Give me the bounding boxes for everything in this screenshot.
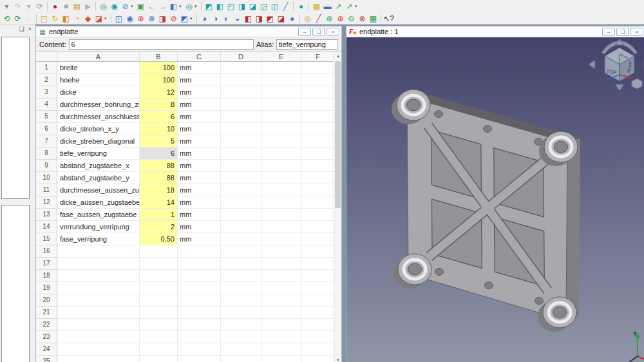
cell-f17[interactable]	[301, 258, 335, 270]
chamfer-icon[interactable]: ◑	[210, 13, 221, 24]
cell-c25[interactable]	[178, 356, 221, 362]
cell-c7[interactable]: mm	[178, 135, 221, 148]
row-header-21[interactable]: 21	[36, 307, 57, 319]
ruled-surface-icon[interactable]: ◆	[82, 13, 93, 24]
cell-a7[interactable]: dicke_streben_diagonal	[57, 135, 140, 148]
cell-e18[interactable]	[261, 270, 301, 282]
boolean-icon[interactable]: ◫	[113, 13, 124, 24]
cell-c23[interactable]	[178, 331, 221, 343]
cell-b23[interactable]	[140, 331, 178, 343]
check-geometry-icon[interactable]: ◎	[302, 13, 313, 24]
macro-play-icon[interactable]: ▶	[82, 1, 93, 12]
property-view[interactable]	[1, 205, 30, 362]
row-header-1[interactable]: 1	[36, 62, 57, 74]
cell-c3[interactable]: mm	[178, 86, 221, 99]
cell-a10[interactable]: abstand_zugstaebe_y	[57, 172, 140, 184]
cell-e14[interactable]	[261, 221, 301, 233]
cell-b8[interactable]: 6	[140, 148, 178, 160]
cell-e12[interactable]	[261, 196, 301, 209]
cell-a15[interactable]: fase_verripung	[57, 233, 140, 245]
tree-view[interactable]	[1, 37, 30, 199]
cell-f12[interactable]	[301, 196, 335, 209]
cell-b18[interactable]	[140, 270, 178, 282]
row-header-24[interactable]: 24	[36, 343, 57, 356]
cell-e25[interactable]	[261, 356, 301, 362]
cell-b22[interactable]	[140, 319, 178, 331]
cell-c5[interactable]: mm	[178, 111, 221, 123]
cell-d22[interactable]	[221, 319, 261, 331]
cell-e11[interactable]	[261, 184, 301, 196]
cell-b17[interactable]	[140, 258, 178, 270]
fit-selection-icon[interactable]: ▣	[135, 1, 146, 12]
scroll-down-icon[interactable]: ▼	[334, 356, 341, 362]
cell-a16[interactable]	[57, 245, 140, 258]
macro-edit-icon[interactable]: ▤	[71, 1, 82, 12]
view-right-icon[interactable]: ◨	[236, 1, 247, 12]
cell-e7[interactable]	[261, 135, 301, 148]
cell-f20[interactable]	[301, 294, 335, 307]
view-close-button[interactable]: ×	[630, 28, 643, 36]
cell-d6[interactable]	[221, 123, 261, 135]
cell-a12[interactable]: dicke_aussen_zugstaebe	[57, 196, 140, 209]
cell-d19[interactable]	[221, 282, 261, 294]
cell-e23[interactable]	[261, 331, 301, 343]
row-header-25[interactable]: 25	[36, 356, 57, 362]
cross-sections-icon[interactable]: ⊘	[168, 13, 179, 24]
cell-a1[interactable]: breite	[57, 62, 140, 74]
cell-c11[interactable]: mm	[178, 184, 221, 196]
revolve-icon[interactable]: ↻	[50, 13, 61, 24]
cell-b13[interactable]: 1	[140, 209, 178, 221]
spreadsheet-titlebar[interactable]: ▦ endplatte – ❏ ×	[36, 26, 341, 37]
column-header-F[interactable]: F	[301, 52, 335, 62]
view-restore-button[interactable]: ❏	[616, 28, 629, 36]
cell-d5[interactable]	[221, 111, 261, 123]
compound-icon-caret[interactable]: ▾	[190, 13, 194, 24]
scrollbar-thumb[interactable]	[335, 61, 341, 208]
cell-b12[interactable]: 14	[140, 196, 178, 209]
axonometric-icon-caret[interactable]: ▾	[179, 1, 184, 12]
refresh-icon[interactable]: ⟳	[34, 1, 45, 12]
zoom-tools-icon-caret[interactable]: ▾	[194, 1, 199, 12]
convert-icon[interactable]: ⊕	[335, 13, 346, 24]
3d-view-titlebar[interactable]: F◆ endplatte : 1 – ❏ ×	[346, 26, 644, 37]
row-header-15[interactable]: 15	[36, 233, 57, 245]
extrude-icon[interactable]: ◰	[39, 13, 50, 24]
cell-b16[interactable]	[140, 245, 178, 258]
scale-icon[interactable]: ◔	[71, 13, 82, 24]
solid-cut-icon[interactable]: ◨	[254, 13, 265, 24]
cell-e17[interactable]	[261, 258, 301, 270]
view-top-icon[interactable]: ◰	[225, 1, 236, 12]
cell-f24[interactable]	[301, 343, 335, 356]
cell-d23[interactable]	[221, 331, 261, 343]
cell-d24[interactable]	[221, 343, 261, 356]
cell-c13[interactable]: mm	[178, 209, 221, 221]
cell-d14[interactable]	[221, 221, 261, 233]
cell-f7[interactable]	[301, 135, 335, 148]
export-icon[interactable]: ↗	[333, 1, 344, 12]
cell-d18[interactable]	[221, 270, 261, 282]
cell-e3[interactable]	[261, 86, 301, 99]
zoom-tools-icon[interactable]: ◎	[184, 1, 194, 12]
cell-d9[interactable]	[221, 160, 261, 172]
row-header-9[interactable]: 9	[36, 160, 57, 172]
measure-icon[interactable]: ╱	[280, 1, 291, 12]
column-header-C[interactable]: C	[178, 52, 221, 62]
offset-icon[interactable]: ◒	[232, 13, 243, 24]
row-header-11[interactable]: 11	[36, 184, 57, 196]
row-header-13[interactable]: 13	[36, 209, 57, 221]
row-header-10[interactable]: 10	[36, 172, 57, 184]
row-header-2[interactable]: 2	[36, 74, 57, 86]
cell-c17[interactable]	[178, 258, 221, 270]
row-header-4[interactable]: 4	[36, 99, 57, 111]
scroll-up-icon[interactable]: ▲	[334, 52, 341, 60]
cell-f5[interactable]	[301, 111, 335, 123]
clipping-icon-caret[interactable]: ▾	[131, 1, 135, 12]
content-input[interactable]	[69, 39, 254, 50]
cell-b21[interactable]	[140, 307, 178, 319]
cell-f19[interactable]	[301, 282, 335, 294]
cell-a18[interactable]	[57, 270, 140, 282]
export-dropdown-icon-caret[interactable]: ▾	[355, 1, 359, 12]
cell-f18[interactable]	[301, 270, 335, 282]
solid-common-icon[interactable]: ◩	[265, 13, 276, 24]
sphere-icon[interactable]: ●	[296, 1, 307, 12]
